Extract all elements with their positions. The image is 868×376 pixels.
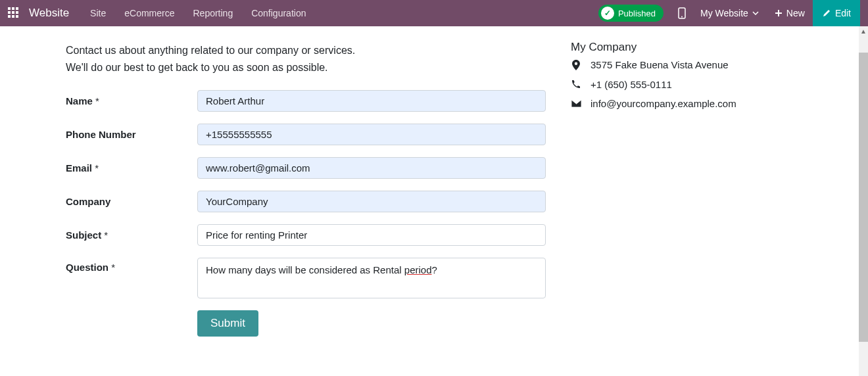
new-button[interactable]: New (767, 0, 813, 26)
intro-line-2: We'll do our best to get back to you as … (66, 59, 552, 76)
form-row-name: Name * (66, 90, 552, 112)
menu-configuration[interactable]: Configuration (243, 8, 314, 18)
company-phone-line: +1 (650) 555-0111 (571, 76, 736, 93)
question-text-suffix: ? (432, 264, 437, 275)
brand-website[interactable]: Website (29, 7, 69, 20)
envelope-icon (571, 100, 581, 107)
map-marker-icon (571, 60, 581, 70)
nav-left: Website Site eCommerce Reporting Configu… (5, 7, 314, 20)
label-subject-text: Subject (66, 229, 101, 241)
phone-field[interactable] (197, 124, 546, 145)
phone-icon (571, 80, 581, 89)
subject-field[interactable] (197, 224, 546, 246)
contact-form-section: Contact us about anything related to our… (66, 42, 552, 376)
publish-label: Published (618, 9, 656, 18)
required-mark: * (95, 162, 99, 174)
label-phone: Phone Number (66, 129, 197, 140)
edit-button[interactable]: Edit (813, 0, 860, 26)
label-question-text: Question (66, 262, 108, 273)
email-field[interactable] (197, 157, 546, 179)
question-text-underlined: period (404, 264, 432, 275)
company-name: My Company (571, 41, 736, 54)
form-row-subject: Subject * (66, 224, 552, 246)
mobile-icon (678, 7, 686, 19)
company-info-block: My Company 3575 Fake Buena Vista Avenue … (571, 41, 736, 112)
question-text-prefix: How many days will be considered as Rent… (206, 264, 404, 275)
edit-label: Edit (835, 8, 851, 18)
top-navbar: Website Site eCommerce Reporting Configu… (0, 0, 868, 26)
new-label: New (786, 8, 805, 18)
caret-down-icon (752, 11, 759, 15)
check-circle-icon: ✓ (601, 7, 614, 20)
svg-point-1 (681, 16, 683, 18)
website-selector-label: My Website (700, 8, 748, 18)
menu-ecommerce[interactable]: eCommerce (116, 8, 182, 18)
label-subject: Subject * (66, 229, 197, 241)
company-address: 3575 Fake Buena Vista Avenue (591, 57, 729, 74)
form-row-email: Email * (66, 157, 552, 179)
plus-icon (775, 9, 783, 17)
label-email-text: Email (66, 162, 92, 174)
nav-right: ✓ Published My Website New Edit (598, 0, 860, 26)
page-content: Contact us about anything related to our… (0, 26, 868, 376)
company-address-line: 3575 Fake Buena Vista Avenue (571, 57, 736, 74)
vertical-scrollbar[interactable]: ▲ (859, 26, 868, 376)
required-mark: * (95, 95, 99, 106)
intro-line-1: Contact us about anything related to our… (66, 42, 552, 59)
form-row-phone: Phone Number (66, 124, 552, 145)
question-field[interactable]: How many days will be considered as Rent… (197, 258, 546, 298)
submit-button[interactable]: Submit (197, 310, 258, 337)
apps-icon[interactable] (8, 7, 20, 19)
publish-toggle[interactable]: ✓ Published (598, 5, 663, 22)
menu-site[interactable]: Site (82, 8, 114, 18)
company-email: info@yourcompany.example.com (591, 95, 736, 112)
label-question: Question * (66, 258, 197, 273)
website-selector-dropdown[interactable]: My Website (692, 0, 767, 26)
name-field[interactable] (197, 90, 546, 112)
pencil-icon (822, 9, 831, 18)
company-phone: +1 (650) 555-0111 (591, 76, 672, 93)
menu-reporting[interactable]: Reporting (185, 8, 241, 18)
mobile-preview-button[interactable] (671, 0, 692, 26)
scroll-up-arrow-icon[interactable]: ▲ (859, 26, 868, 35)
label-name: Name * (66, 95, 197, 106)
intro-text: Contact us about anything related to our… (66, 42, 552, 76)
required-mark: * (104, 229, 108, 241)
label-name-text: Name (66, 95, 93, 106)
company-field[interactable] (197, 191, 546, 212)
label-email: Email * (66, 162, 197, 174)
company-email-line: info@yourcompany.example.com (571, 95, 736, 112)
form-row-company: Company (66, 191, 552, 212)
required-mark: * (111, 262, 115, 273)
label-company: Company (66, 196, 197, 207)
scrollbar-thumb[interactable] (859, 53, 868, 342)
form-row-question: Question * How many days will be conside… (66, 258, 552, 298)
